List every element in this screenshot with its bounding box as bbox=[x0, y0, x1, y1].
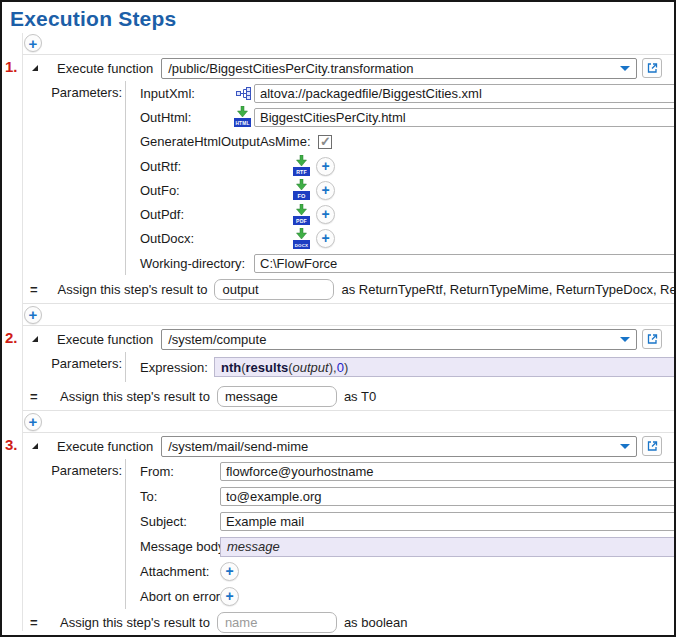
message-body-field[interactable]: message bbox=[220, 537, 674, 557]
rtf-file-icon: RTF bbox=[293, 155, 310, 177]
open-function-button[interactable] bbox=[642, 329, 662, 349]
assign-label: Assign this step's result to bbox=[60, 389, 210, 404]
param-row-outhtml: OutHtml: HTML bbox=[126, 105, 674, 129]
param-label: Abort on error: bbox=[126, 589, 220, 604]
open-function-button[interactable] bbox=[642, 436, 662, 456]
result-type-text: as boolean bbox=[344, 615, 408, 630]
execute-function-label: Execute function bbox=[57, 332, 153, 347]
param-label: OutHtml: bbox=[126, 110, 226, 125]
mail-subject-field[interactable] bbox=[220, 512, 674, 531]
add-outdocx-button[interactable]: + bbox=[316, 229, 335, 248]
add-step-row: + bbox=[2, 304, 674, 325]
xml-tree-icon bbox=[226, 87, 254, 100]
param-row-abortonerror: Abort on error: + bbox=[126, 584, 674, 609]
step-3-header: 3. Execute function /system/mail/send-mi… bbox=[2, 433, 674, 459]
add-outpdf-button[interactable]: + bbox=[316, 205, 335, 224]
param-label: OutDocx: bbox=[126, 231, 226, 246]
assign-label: Assign this step's result to bbox=[60, 615, 210, 630]
equals-sign: = bbox=[30, 389, 40, 404]
param-label: To: bbox=[126, 489, 220, 504]
param-label: OutRtf: bbox=[126, 159, 226, 174]
result-type-text: as ReturnTypeRtf, ReturnTypeMime, Return… bbox=[341, 282, 674, 297]
param-row-outpdf: OutPdf: PDF + bbox=[126, 202, 674, 226]
step-1-assign-row: = Assign this step's result to as Return… bbox=[2, 275, 674, 303]
function-path-value: /public/BiggestCitiesPerCity.transformat… bbox=[168, 61, 413, 76]
param-row-inputxml: InputXml: bbox=[126, 81, 674, 105]
assign-result-input[interactable] bbox=[217, 386, 337, 407]
param-row-workingdir: Working-directory: bbox=[126, 251, 674, 275]
param-label: InputXml: bbox=[126, 86, 226, 101]
pdf-file-icon: PDF bbox=[293, 204, 310, 226]
param-label: Expression: bbox=[126, 360, 200, 375]
step-2-header: 2. Execute function /system/compute bbox=[2, 326, 674, 352]
assign-result-input[interactable] bbox=[214, 279, 334, 300]
svg-text:RTF: RTF bbox=[296, 169, 307, 175]
step-number: 3. bbox=[5, 436, 18, 453]
collapse-triangle-icon[interactable] bbox=[30, 334, 40, 344]
assign-result-input[interactable] bbox=[217, 612, 337, 633]
param-row-from: From: bbox=[126, 459, 674, 484]
html-file-icon: HTML bbox=[226, 106, 254, 128]
param-label: Message body: bbox=[126, 539, 220, 554]
chevron-down-icon bbox=[620, 337, 630, 342]
fo-file-icon: FO bbox=[293, 179, 310, 201]
parameters-label: Parameters: bbox=[2, 352, 126, 382]
step-number: 2. bbox=[5, 329, 18, 346]
param-row-attachment: Attachment: + bbox=[126, 559, 674, 584]
function-path-combobox[interactable]: /public/BiggestCitiesPerCity.transformat… bbox=[161, 58, 637, 79]
param-label: Working-directory: bbox=[126, 256, 226, 271]
step-3-parameters: Parameters: From: To: Subject: Message b… bbox=[2, 459, 674, 609]
result-type-text: as T0 bbox=[344, 389, 376, 404]
param-row-outdocx: OutDocx: DOCX + bbox=[126, 227, 674, 251]
mail-from-field[interactable] bbox=[220, 462, 674, 481]
param-row-to: To: bbox=[126, 484, 674, 509]
expression-function: nth bbox=[221, 360, 241, 375]
page-title: Execution Steps bbox=[2, 2, 674, 32]
param-row-messagebody: Message body: message bbox=[126, 534, 674, 559]
param-label: OutFo: bbox=[126, 183, 226, 198]
generate-mime-checkbox[interactable] bbox=[318, 135, 332, 149]
expression-field[interactable]: nth(results(output), 0) bbox=[214, 357, 674, 377]
function-path-value: /system/mail/send-mime bbox=[168, 439, 308, 454]
mail-to-field[interactable] bbox=[220, 487, 674, 506]
add-outrtf-button[interactable]: + bbox=[316, 157, 335, 176]
param-row-outfo: OutFo: FO + bbox=[126, 178, 674, 202]
expression-variable: output bbox=[293, 360, 329, 375]
parameters-label: Parameters: bbox=[2, 459, 126, 609]
svg-text:HTML: HTML bbox=[235, 121, 249, 126]
execution-steps-panel: Execution Steps + 1. Execute function /p… bbox=[0, 0, 676, 637]
step-number: 1. bbox=[5, 58, 18, 75]
add-step-button[interactable]: + bbox=[24, 306, 42, 324]
outhtml-field[interactable] bbox=[254, 108, 674, 127]
add-step-button[interactable]: + bbox=[24, 34, 42, 52]
collapse-triangle-icon[interactable] bbox=[30, 63, 40, 73]
equals-sign: = bbox=[30, 615, 40, 630]
collapse-triangle-icon[interactable] bbox=[30, 441, 40, 451]
working-directory-field[interactable] bbox=[254, 254, 674, 273]
param-label: From: bbox=[126, 464, 220, 479]
equals-sign: = bbox=[30, 282, 38, 297]
chevron-down-icon bbox=[620, 444, 630, 449]
svg-text:FO: FO bbox=[297, 193, 306, 199]
svg-text:PDF: PDF bbox=[296, 218, 307, 224]
external-link-icon bbox=[646, 440, 658, 452]
step-2-assign-row: = Assign this step's result to as T0 bbox=[2, 382, 674, 410]
parameters-label: Parameters: bbox=[2, 81, 126, 275]
function-path-combobox[interactable]: /system/compute bbox=[161, 329, 637, 350]
open-function-button[interactable] bbox=[642, 58, 662, 78]
param-row-generatemime: GenerateHtmlOutputAsMime: bbox=[126, 130, 674, 154]
step-3-assign-row: = Assign this step's result to as boolea… bbox=[2, 609, 674, 636]
add-step-button[interactable]: + bbox=[24, 413, 42, 431]
add-step-row: + bbox=[2, 411, 674, 432]
step-2-parameters: Parameters: Expression: nth(results(outp… bbox=[2, 352, 674, 382]
add-attachment-button[interactable]: + bbox=[220, 562, 239, 581]
chevron-down-icon bbox=[620, 66, 630, 71]
inputxml-field[interactable] bbox=[254, 84, 674, 103]
execute-function-label: Execute function bbox=[57, 61, 153, 76]
execute-function-label: Execute function bbox=[57, 439, 153, 454]
docx-file-icon: DOCX bbox=[293, 228, 310, 250]
add-outfo-button[interactable]: + bbox=[316, 181, 335, 200]
add-abort-on-error-button[interactable]: + bbox=[220, 587, 239, 606]
function-path-value: /system/compute bbox=[168, 332, 266, 347]
function-path-combobox[interactable]: /system/mail/send-mime bbox=[161, 436, 637, 457]
